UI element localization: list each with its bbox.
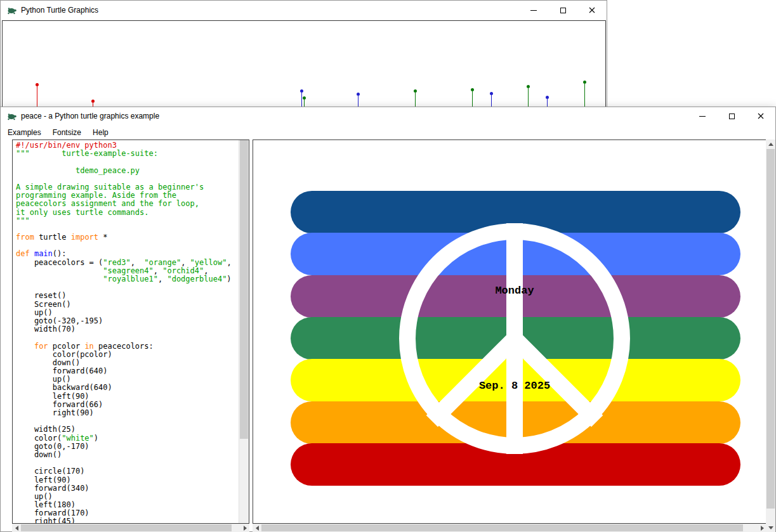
- arrow-left-icon: [256, 526, 259, 531]
- code-vscroll-thumb[interactable]: [240, 140, 248, 439]
- code-horizontal-scrollbar[interactable]: [12, 524, 249, 532]
- code-scroll-right-button[interactable]: [240, 524, 249, 532]
- back-minimize-button[interactable]: [519, 1, 548, 20]
- arrow-right-icon: [761, 526, 764, 531]
- back-window-controls: [519, 1, 607, 20]
- code-hscroll-track[interactable]: [21, 524, 240, 532]
- code-pane: #!/usr/bin/env python3""" turtle-example…: [12, 139, 249, 524]
- canvas-vscroll-track[interactable]: [766, 148, 775, 523]
- menu-bar: Examples Fontsize Help: [1, 125, 775, 139]
- menu-fontsize[interactable]: Fontsize: [47, 126, 87, 139]
- front-maximize-button[interactable]: [717, 107, 746, 125]
- code-editor[interactable]: #!/usr/bin/env python3""" turtle-example…: [13, 140, 239, 523]
- arrow-up-icon: [768, 143, 773, 146]
- turtle-icon: [6, 5, 16, 15]
- back-window-titlebar[interactable]: Python Turtle Graphics: [1, 1, 607, 20]
- canvas-scroll-left-button[interactable]: [253, 524, 261, 532]
- tree-sapling: [583, 81, 588, 110]
- arrow-down-icon: [768, 526, 773, 529]
- maximize-icon: [560, 8, 566, 13]
- front-close-button[interactable]: [746, 107, 775, 125]
- date-label: Sep. 8 2025: [399, 380, 630, 392]
- canvas-hscroll-track[interactable]: [261, 524, 758, 532]
- minimize-icon: [530, 10, 537, 11]
- turtle-icon: [6, 111, 16, 121]
- close-icon: [589, 7, 595, 13]
- canvas-scroll-down-button[interactable]: [766, 523, 775, 532]
- canvas-scroll-right-button[interactable]: [758, 524, 766, 532]
- day-label: Monday: [399, 285, 630, 297]
- menu-examples[interactable]: Examples: [2, 126, 47, 139]
- arrow-left-icon: [15, 526, 18, 531]
- canvas-hscroll-thumb[interactable]: [261, 524, 743, 531]
- canvas-vertical-scrollbar[interactable]: [766, 139, 775, 532]
- canvas-horizontal-scrollbar[interactable]: [253, 524, 766, 532]
- code-vertical-scrollbar[interactable]: [239, 140, 249, 523]
- front-window-title: peace - a Python turtle graphics example: [21, 112, 159, 120]
- code-hscroll-thumb[interactable]: [21, 524, 232, 531]
- front-window-titlebar[interactable]: peace - a Python turtle graphics example: [1, 107, 775, 125]
- turtle-canvas[interactable]: Monday Sep. 8 2025: [253, 139, 766, 524]
- minimize-icon: [699, 116, 706, 117]
- tree-sapling: [36, 83, 40, 108]
- code-scroll-left-button[interactable]: [12, 524, 21, 532]
- close-icon: [758, 113, 764, 119]
- desktop: Python Turtle Graphics: [0, 0, 776, 532]
- front-minimize-button[interactable]: [688, 107, 717, 125]
- canvas-scroll-up-button[interactable]: [766, 139, 775, 148]
- code-vscroll-track[interactable]: [239, 140, 249, 523]
- menu-help[interactable]: Help: [87, 126, 114, 139]
- back-close-button[interactable]: [577, 1, 607, 20]
- back-window-title: Python Turtle Graphics: [21, 6, 98, 15]
- arrow-right-icon: [244, 526, 247, 531]
- maximize-icon: [729, 114, 735, 119]
- back-maximize-button[interactable]: [548, 1, 577, 20]
- peace-demo-window: peace - a Python turtle graphics example…: [0, 107, 776, 532]
- canvas-vscroll-thumb[interactable]: [766, 149, 775, 509]
- front-window-controls: [688, 107, 775, 125]
